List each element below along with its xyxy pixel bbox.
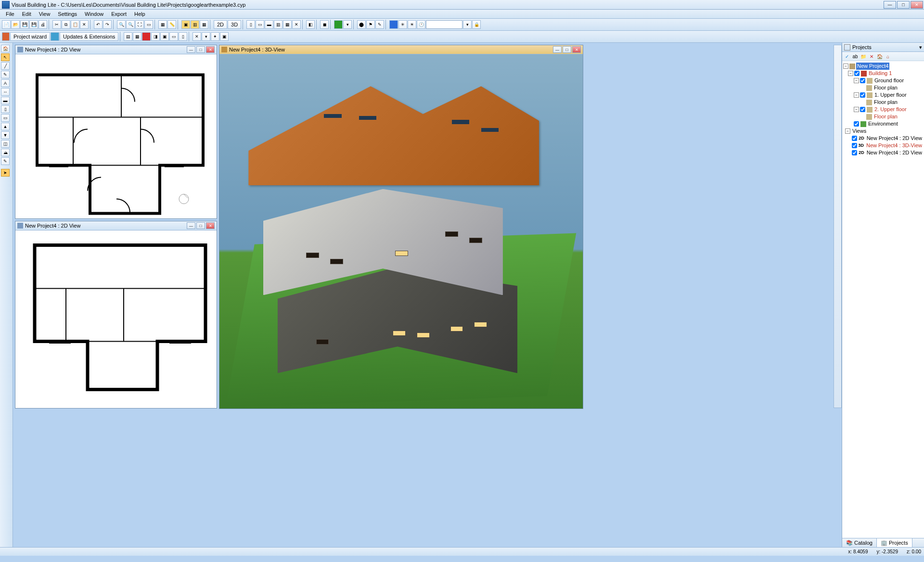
tree-check-u1[interactable] bbox=[860, 92, 865, 98]
close-button[interactable]: ✕ bbox=[911, 1, 923, 9]
tilev-icon[interactable]: ▬ bbox=[265, 20, 273, 29]
save-icon[interactable]: 💾 bbox=[20, 20, 29, 29]
tree-gf-plan[interactable]: Floor plan bbox=[873, 84, 898, 91]
tree-collapse-b1[interactable]: − bbox=[848, 71, 853, 76]
win-a-min[interactable]: — bbox=[187, 46, 195, 53]
vertical-scrollbar[interactable] bbox=[834, 45, 842, 408]
mode-3d-button[interactable]: 3D bbox=[228, 20, 241, 29]
lt-wall-icon[interactable]: ▬ bbox=[1, 97, 10, 104]
tree-collapse-gf[interactable]: − bbox=[854, 78, 859, 83]
dropdown-icon[interactable]: ▾ bbox=[343, 20, 352, 29]
mode-2d-button[interactable]: 2D bbox=[214, 20, 227, 29]
view-c-icon[interactable] bbox=[142, 32, 151, 41]
tile-icon[interactable]: ▭ bbox=[256, 20, 264, 29]
snap-icon[interactable]: ▥ bbox=[191, 20, 199, 29]
house-tree-icon[interactable]: 🏠 bbox=[876, 53, 883, 60]
tree-check-gf[interactable] bbox=[860, 78, 865, 83]
layer-icon[interactable]: ◧ bbox=[306, 20, 315, 29]
tool-b-icon[interactable]: ⚑ bbox=[366, 20, 375, 29]
folder-icon[interactable]: 📁 bbox=[860, 53, 867, 60]
undo-icon[interactable]: ↶ bbox=[94, 20, 103, 29]
window-2d-b-titlebar[interactable]: New Project4 : 2D View — □ ✕ bbox=[15, 221, 217, 230]
window-3d-titlebar[interactable]: New Project4 : 3D-View — □ ✕ bbox=[219, 45, 583, 54]
win-b-close[interactable]: ✕ bbox=[206, 222, 215, 229]
lt-roof-icon[interactable]: ▲ bbox=[1, 123, 10, 130]
globe-icon[interactable] bbox=[389, 20, 398, 29]
zoomout-icon[interactable]: 🔍 bbox=[126, 20, 135, 29]
menu-file[interactable]: File bbox=[2, 10, 18, 18]
tree-collapse-u2[interactable]: − bbox=[854, 107, 859, 112]
view-g-icon[interactable]: ▯ bbox=[179, 32, 187, 41]
tool-c-icon[interactable]: ✎ bbox=[375, 20, 384, 29]
win-a-close[interactable]: ✕ bbox=[206, 46, 215, 53]
roof-tree-icon[interactable]: ⌂ bbox=[885, 53, 891, 60]
tree-check-v3[interactable] bbox=[852, 150, 857, 155]
projects-panel-header[interactable]: Projects ▾ bbox=[842, 43, 924, 52]
dropdown2-icon[interactable]: ▾ bbox=[463, 20, 472, 29]
lt-stair-icon[interactable]: ▼ bbox=[1, 131, 10, 139]
tree-building[interactable]: Building 1 bbox=[868, 70, 893, 77]
tool-x-icon[interactable]: ✦ bbox=[211, 32, 219, 41]
tool-a-icon[interactable]: ⬤ bbox=[357, 20, 366, 29]
tree-check-env[interactable] bbox=[854, 121, 859, 127]
tree-views[interactable]: Views bbox=[851, 128, 867, 135]
tools-icon[interactable]: ✕ bbox=[192, 32, 201, 41]
tree-collapse-views[interactable]: − bbox=[845, 128, 850, 134]
open-icon[interactable]: 📂 bbox=[11, 20, 20, 29]
lt-terrain-icon[interactable]: ⛰ bbox=[1, 149, 10, 156]
tree-view-3d[interactable]: New Project4 : 3D-View bbox=[865, 142, 923, 149]
grid-icon[interactable]: ▦ bbox=[158, 20, 167, 29]
texture-icon[interactable]: ◼ bbox=[320, 20, 329, 29]
view-d-icon[interactable]: ◨ bbox=[151, 32, 160, 41]
updates-button[interactable]: Updates & Extensions bbox=[60, 32, 118, 41]
view-a-icon[interactable]: ▤ bbox=[124, 32, 132, 41]
pin-icon[interactable] bbox=[844, 44, 850, 51]
ortho-icon[interactable]: ▦ bbox=[200, 20, 208, 29]
closeall-icon[interactable]: ✕ bbox=[292, 20, 301, 29]
zoomfit-icon[interactable]: ⛶ bbox=[135, 20, 144, 29]
arrange-icon[interactable]: ▦ bbox=[283, 20, 292, 29]
lt-pointer-icon[interactable]: ➤ bbox=[1, 169, 10, 177]
lt-window-icon[interactable]: ▭ bbox=[1, 114, 10, 122]
zoomwin-icon[interactable]: ▭ bbox=[144, 20, 153, 29]
select-icon[interactable]: ▣ bbox=[181, 20, 190, 29]
window-2d-a-canvas[interactable] bbox=[15, 54, 217, 218]
paste-icon[interactable]: 📋 bbox=[71, 20, 79, 29]
lt-select-icon[interactable]: ↖ bbox=[1, 53, 10, 61]
delete-tree-icon[interactable]: ✕ bbox=[868, 53, 875, 60]
project-wizard-button[interactable]: Project wizard bbox=[10, 32, 50, 41]
tree-u2-plan[interactable]: Floor plan bbox=[873, 113, 898, 120]
tool-y-icon[interactable]: ▣ bbox=[220, 32, 229, 41]
lock-icon[interactable]: 🔒 bbox=[472, 20, 481, 29]
dropdown3-icon[interactable]: ▾ bbox=[202, 32, 210, 41]
view-b-icon[interactable]: ▦ bbox=[133, 32, 141, 41]
window-3d-viewport[interactable] bbox=[219, 54, 583, 409]
clock-icon[interactable]: 🕐 bbox=[417, 20, 425, 29]
lt-col-icon[interactable]: ◫ bbox=[1, 140, 10, 148]
lt-text-icon[interactable]: A bbox=[1, 79, 10, 87]
menu-export[interactable]: Export bbox=[107, 10, 130, 18]
time-input[interactable] bbox=[426, 20, 462, 29]
ruler-icon[interactable]: 📏 bbox=[167, 20, 176, 29]
check-icon[interactable]: ✓ bbox=[844, 53, 850, 60]
saveas-icon[interactable]: 💾 bbox=[29, 20, 38, 29]
lt-edit-icon[interactable]: ✎ bbox=[1, 71, 10, 78]
tab-projects[interactable]: 🏢Projects bbox=[877, 538, 912, 547]
win-b-max[interactable]: □ bbox=[196, 222, 205, 229]
compass-icon[interactable]: ✳ bbox=[398, 20, 407, 29]
view-f-icon[interactable]: ▭ bbox=[169, 32, 178, 41]
menu-edit[interactable]: Edit bbox=[18, 10, 35, 18]
cut-icon[interactable]: ✂ bbox=[52, 20, 61, 29]
tree-upper1[interactable]: 1. Upper floor bbox=[873, 91, 908, 99]
minimize-button[interactable]: — bbox=[884, 1, 896, 9]
win-3d-close[interactable]: ✕ bbox=[572, 46, 581, 53]
rename-icon[interactable]: ab bbox=[852, 53, 859, 60]
new-icon[interactable]: 📄 bbox=[2, 20, 11, 29]
window-2d-a-titlebar[interactable]: New Project4 : 2D View — □ ✕ bbox=[15, 45, 217, 54]
win-b-min[interactable]: — bbox=[187, 222, 195, 229]
tree-upper2[interactable]: 2. Upper floor bbox=[873, 106, 908, 113]
tree-u1-plan[interactable]: Floor plan bbox=[873, 99, 898, 106]
redo-icon[interactable]: ↷ bbox=[103, 20, 112, 29]
cascade-icon[interactable]: ▯ bbox=[246, 20, 255, 29]
lt-line-icon[interactable]: ╱ bbox=[1, 62, 10, 70]
